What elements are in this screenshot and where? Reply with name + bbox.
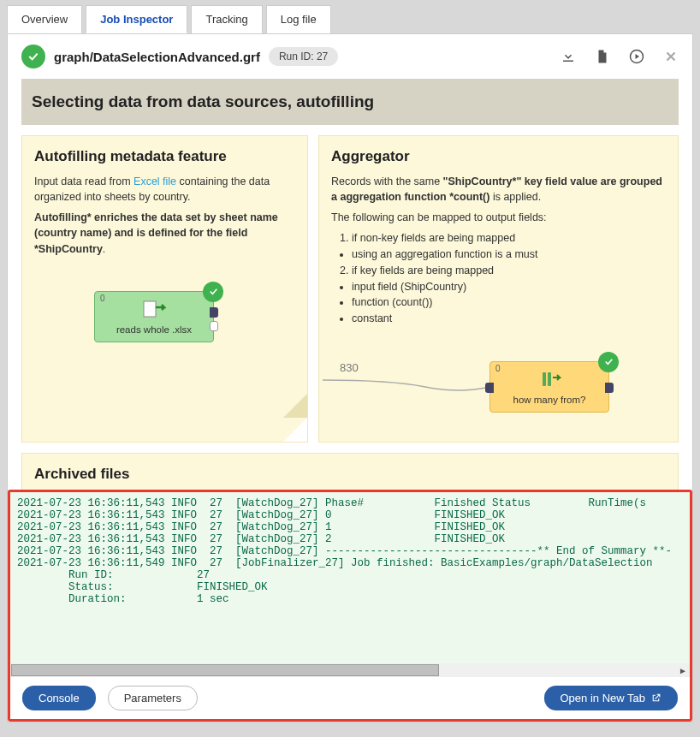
svg-rect-5 [543, 372, 546, 386]
close-icon[interactable] [663, 49, 679, 64]
job-inspector-panel: graph/DataSelectionAdvanced.grf Run ID: … [7, 33, 693, 722]
card-autofilling: Autofilling metadata feature Input data … [21, 135, 308, 443]
node-success-icon [203, 282, 223, 302]
node-how-many-from[interactable]: 0 how many from? [489, 361, 609, 413]
node-area: 830 0 how many from? [331, 336, 666, 430]
header-actions [561, 49, 679, 64]
node-reads-xlsx[interactable]: 0 reads whole .xlsx [94, 291, 214, 342]
play-icon[interactable] [629, 49, 644, 64]
list-item: using an aggregation function is a must [352, 247, 666, 263]
node-port-out [210, 321, 218, 331]
svg-rect-6 [548, 372, 551, 386]
mapping-sublist: input field (ShipCountry) function (coun… [352, 279, 666, 327]
horizontal-scrollbar[interactable]: ◄ ► [10, 663, 690, 677]
job-title: graph/DataSelectionAdvanced.grf [54, 50, 260, 64]
card-text: Autofilling* enriches the data set by sh… [34, 210, 295, 256]
tab-log-file[interactable]: Log file [266, 5, 331, 33]
tab-job-inspector[interactable]: Job Inspector [86, 5, 187, 33]
console-button[interactable]: Console [22, 686, 96, 710]
node-index: 0 [495, 364, 501, 373]
node-success-icon [598, 352, 619, 372]
list-item: input field (ShipCountry) [352, 279, 666, 295]
card-heading: Archived files [34, 466, 666, 483]
document-icon[interactable] [595, 49, 610, 64]
job-header: graph/DataSelectionAdvanced.grf Run ID: … [8, 34, 692, 79]
svg-marker-1 [636, 54, 640, 59]
console-footer: Console Parameters Open in New Tab [10, 677, 690, 719]
download-icon[interactable] [561, 49, 576, 64]
card-text: Records with the same "ShipCountry*" key… [331, 174, 666, 205]
tab-tracking[interactable]: Tracking [191, 5, 262, 33]
svg-rect-4 [144, 301, 156, 317]
mapping-list: if non-key fields are being mapped [352, 230, 666, 247]
list-item: constant [352, 311, 666, 327]
node-port-out [210, 307, 218, 318]
cards-row: Autofilling metadata feature Input data … [21, 135, 679, 443]
card-text: Input data read from Excel file containi… [34, 174, 295, 205]
console-output[interactable]: 2021-07-23 16:36:11,543 INFO 27 [WatchDo… [10, 492, 690, 663]
card-heading: Aggregator [331, 148, 666, 165]
scroll-right-arrow[interactable]: ► [676, 663, 690, 677]
run-id-badge: Run ID: 27 [269, 47, 338, 66]
mapping-list: if key fields are being mapped [352, 263, 666, 279]
aggregator-icon [537, 369, 561, 389]
node-port-in [485, 383, 494, 393]
open-new-tab-button[interactable]: Open in New Tab [544, 686, 679, 710]
console-highlight: 2021-07-23 16:36:11,543 INFO 27 [WatchDo… [8, 490, 692, 722]
card-heading: Autofilling metadata feature [34, 148, 295, 165]
canvas-title: Selecting data from data sources, autofi… [32, 92, 668, 111]
fold-corner [283, 418, 307, 442]
graph-canvas: Selecting data from data sources, autofi… [8, 79, 692, 526]
external-link-icon [650, 692, 661, 704]
list-item: if key fields are being mapped [352, 263, 666, 279]
main-tabs: Overview Job Inspector Tracking Log file [0, 0, 700, 33]
card-text: The following can be mapped to output fi… [331, 210, 666, 225]
excel-file-link[interactable]: Excel file [133, 175, 176, 187]
list-item: if non-key fields are being mapped [352, 230, 666, 247]
mapping-sublist: using an aggregation function is a must [352, 247, 666, 263]
scroll-thumb[interactable] [11, 664, 439, 676]
node-area: 0 reads whole .xlsx [34, 276, 295, 378]
node-label: how many from? [513, 395, 585, 405]
xlsx-reader-icon [142, 299, 166, 319]
node-port-out [605, 383, 614, 393]
edge-line [323, 371, 494, 397]
parameters-button[interactable]: Parameters [108, 686, 198, 710]
list-item: function (count()) [352, 294, 666, 311]
canvas-title-bar: Selecting data from data sources, autofi… [21, 79, 679, 125]
node-index: 0 [100, 294, 105, 303]
node-label: reads whole .xlsx [116, 324, 192, 335]
tab-overview[interactable]: Overview [7, 5, 82, 33]
status-success-icon [21, 45, 45, 68]
card-aggregator: Aggregator Records with the same "ShipCo… [318, 135, 679, 443]
